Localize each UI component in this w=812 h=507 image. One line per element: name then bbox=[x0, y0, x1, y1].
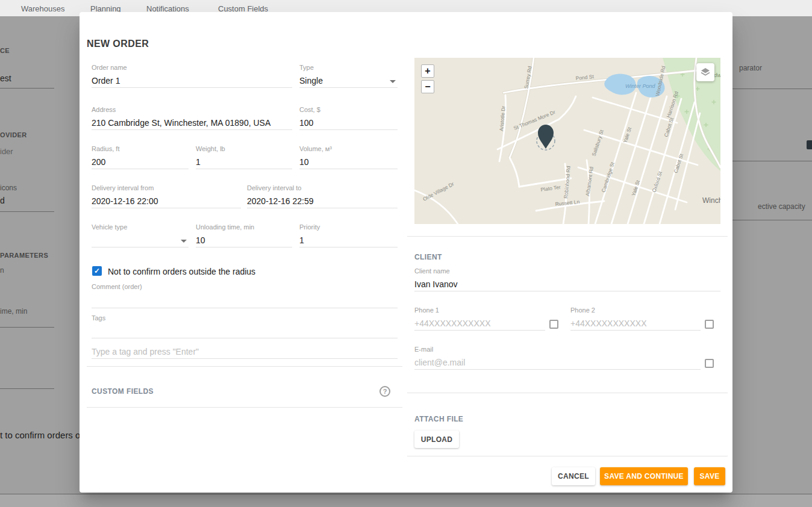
cost-input[interactable]: 100 bbox=[299, 118, 398, 130]
field-label: Client name bbox=[414, 267, 720, 276]
chevron-down-icon[interactable] bbox=[390, 80, 396, 83]
field-label: Order name bbox=[92, 64, 292, 72]
client-name-input[interactable]: Ivan Ivanov bbox=[414, 279, 720, 291]
field-weight: Weight, lb 1 bbox=[196, 145, 292, 169]
field-radius: Radius, ft 200 bbox=[92, 145, 189, 169]
save-button[interactable]: SAVE bbox=[694, 467, 725, 485]
field-label: Radius, ft bbox=[92, 145, 189, 154]
field-address: Address 210 Cambridge St, Winchester, MA… bbox=[92, 106, 292, 130]
divider bbox=[87, 366, 402, 367]
cancel-button[interactable]: CANCEL bbox=[552, 467, 595, 485]
field-label: Comment (order) bbox=[92, 283, 398, 291]
email-checkbox[interactable] bbox=[705, 359, 714, 368]
field-volume: Volume, м³ 10 bbox=[299, 145, 398, 169]
save-and-continue-button[interactable]: SAVE AND CONTINUE bbox=[600, 467, 688, 485]
field-label: Phone 2 bbox=[570, 306, 701, 315]
field-label: Delivery interval from bbox=[92, 184, 241, 193]
weight-input[interactable]: 1 bbox=[196, 157, 292, 169]
map-canvas: Surrey RdPond StWinter PondWoodside RdWi… bbox=[414, 58, 720, 224]
field-cost: Cost, $ 100 bbox=[299, 106, 398, 130]
field-priority: Priority 1 bbox=[299, 223, 398, 247]
email-input[interactable]: client@e.mail bbox=[414, 358, 701, 370]
field-tag-input: Type a tag and press "Enter" bbox=[92, 347, 398, 359]
tab-warehouses[interactable]: Warehouses bbox=[21, 4, 65, 13]
client-heading: CLIENT bbox=[414, 253, 442, 261]
map-zoom-control: + − bbox=[421, 64, 434, 96]
field-label: Weight, lb bbox=[196, 145, 292, 154]
map[interactable]: Surrey RdPond StWinter PondWoodside RdWi… bbox=[414, 58, 720, 224]
field-unloading-time: Unloading time, min 10 bbox=[196, 223, 292, 247]
address-input[interactable]: 210 Cambridge St, Winchester, MA 01890, … bbox=[92, 118, 292, 130]
attach-file-heading: ATTACH FILE bbox=[414, 415, 463, 423]
field-type: Type Single bbox=[299, 64, 398, 88]
chevron-down-icon[interactable] bbox=[181, 240, 187, 243]
field-comment: Comment (order) bbox=[92, 283, 398, 308]
svg-text:Winter Pond: Winter Pond bbox=[625, 83, 655, 89]
field-label: Volume, м³ bbox=[299, 145, 398, 154]
field-phone1: Phone 1 +44XXXXXXXXXXX bbox=[414, 306, 545, 331]
zoom-in-button[interactable]: + bbox=[421, 64, 434, 78]
dialog-title: NEW ORDER bbox=[87, 39, 149, 49]
field-order-name: Order name Order 1 bbox=[92, 64, 292, 88]
phone1-input[interactable]: +44XXXXXXXXXXX bbox=[414, 319, 545, 331]
confirm-radius-checkbox[interactable] bbox=[92, 266, 102, 276]
phone2-input[interactable]: +44XXXXXXXXXXX bbox=[570, 319, 701, 331]
interval-from-input[interactable]: 2020-12-16 22:00 bbox=[92, 196, 241, 208]
divider bbox=[407, 393, 728, 393]
order-name-input[interactable]: Order 1 bbox=[92, 76, 292, 88]
field-label: Vehicle type bbox=[92, 223, 189, 232]
page: Warehouses Planning Notifications Custom… bbox=[0, 0, 812, 507]
volume-input[interactable]: 10 bbox=[299, 157, 398, 169]
radius-input[interactable]: 200 bbox=[92, 157, 189, 169]
divider bbox=[407, 456, 728, 456]
field-label: Delivery interval to bbox=[247, 184, 398, 193]
field-phone2: Phone 2 +44XXXXXXXXXXX bbox=[570, 306, 701, 331]
priority-input[interactable]: 1 bbox=[299, 235, 398, 247]
field-email: E-mail client@e.mail bbox=[414, 346, 701, 370]
help-icon[interactable]: ? bbox=[379, 386, 390, 397]
confirm-radius-label: Not to confirm orders outside the radius bbox=[108, 267, 255, 276]
tag-input[interactable]: Type a tag and press "Enter" bbox=[92, 347, 398, 359]
phone2-checkbox[interactable] bbox=[705, 320, 714, 329]
upload-button[interactable]: UPLOAD bbox=[414, 431, 459, 448]
field-interval-from: Delivery interval from 2020-12-16 22:00 bbox=[92, 184, 241, 208]
field-label: Phone 1 bbox=[414, 306, 545, 315]
field-interval-to: Delivery interval to 2020-12-16 22:59 bbox=[247, 184, 398, 208]
custom-fields-heading: CUSTOM FIELDS bbox=[92, 387, 154, 396]
field-label: Cost, $ bbox=[299, 106, 398, 114]
comment-input[interactable] bbox=[92, 295, 398, 308]
field-label: Unloading time, min bbox=[196, 223, 292, 232]
field-label: Address bbox=[92, 106, 292, 114]
divider bbox=[87, 407, 402, 408]
tags-chip-area[interactable] bbox=[92, 326, 398, 338]
new-order-dialog: NEW ORDER Order name Order 1 Type Single… bbox=[80, 12, 732, 493]
svg-text:Winch: Winch bbox=[702, 196, 720, 205]
field-label: E-mail bbox=[414, 346, 701, 354]
layers-icon bbox=[700, 67, 711, 78]
zoom-out-button[interactable]: − bbox=[421, 80, 434, 93]
field-tags: Tags bbox=[92, 314, 398, 338]
field-label: Type bbox=[299, 64, 398, 72]
type-select[interactable]: Single bbox=[299, 76, 398, 88]
vehicle-type-select[interactable] bbox=[92, 235, 189, 247]
divider bbox=[407, 236, 728, 237]
field-label: Priority bbox=[299, 223, 398, 232]
field-vehicle-type: Vehicle type bbox=[92, 223, 189, 247]
field-client-name: Client name Ivan Ivanov bbox=[414, 267, 720, 291]
field-label: Tags bbox=[92, 314, 398, 323]
map-layers-button[interactable] bbox=[696, 63, 714, 81]
phone1-checkbox[interactable] bbox=[549, 320, 558, 329]
interval-to-input[interactable]: 2020-12-16 22:59 bbox=[247, 196, 398, 208]
unloading-time-input[interactable]: 10 bbox=[196, 235, 292, 247]
